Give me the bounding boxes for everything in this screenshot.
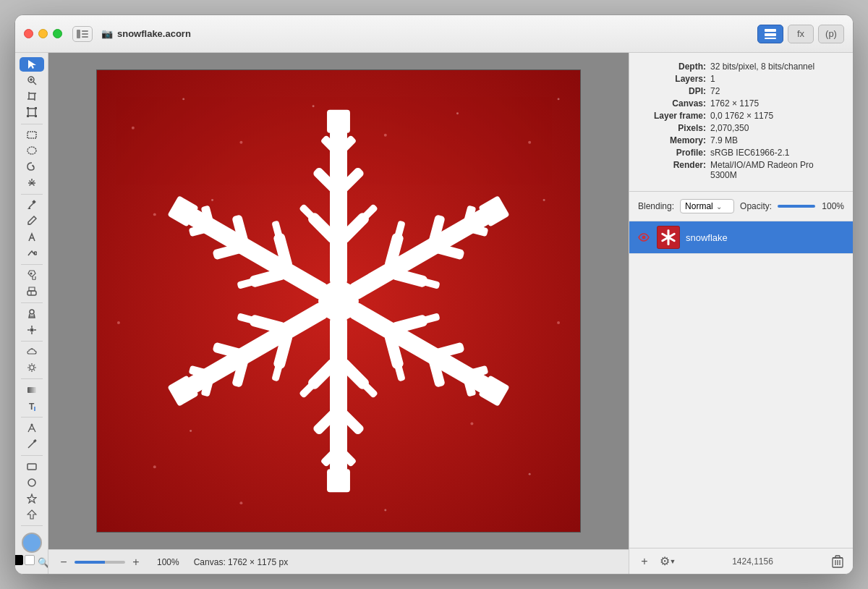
circle-shape-tool[interactable] <box>20 475 44 490</box>
pen-tool[interactable] <box>20 230 44 245</box>
close-button[interactable] <box>24 29 33 38</box>
layer-thumbnail <box>657 226 680 249</box>
svg-line-56 <box>33 365 34 365</box>
vector-pen-tool[interactable] <box>20 421 44 436</box>
cloud-tool[interactable] <box>20 344 44 359</box>
svg-point-87 <box>190 430 192 432</box>
blending-select[interactable]: Normal ⌄ <box>680 199 734 213</box>
text-tool[interactable]: T <box>20 399 44 413</box>
opacity-slider[interactable] <box>778 205 815 208</box>
info-row-dpi: DPI: 72 <box>641 86 841 96</box>
svg-line-53 <box>28 365 29 365</box>
stamp-tool[interactable] <box>20 306 44 321</box>
foreground-color[interactable] <box>22 533 42 553</box>
zoom-value: 100% <box>157 557 179 567</box>
svg-point-73 <box>384 134 387 137</box>
svg-rect-39 <box>27 291 36 295</box>
svg-line-30 <box>29 184 30 185</box>
trash-icon <box>832 555 843 568</box>
svg-line-10 <box>33 82 36 85</box>
color-defaults: 🔍 <box>15 555 48 569</box>
svg-line-28 <box>29 180 30 182</box>
blending-label: Blending: <box>638 201 674 211</box>
svg-rect-64 <box>27 464 36 470</box>
depth-value: 32 bits/pixel, 8 bits/channel <box>710 62 814 72</box>
ellipse-select-tool[interactable] <box>20 143 44 158</box>
svg-rect-57 <box>27 387 36 393</box>
svg-point-80 <box>543 199 545 201</box>
svg-point-78 <box>211 199 213 201</box>
opacity-value: 100% <box>821 201 844 211</box>
svg-text:T↕: T↕ <box>768 28 773 33</box>
zoom-slider[interactable] <box>75 561 125 564</box>
effects-tool[interactable] <box>20 322 44 336</box>
magic-wand-tool[interactable] <box>20 176 44 190</box>
maximize-button[interactable] <box>53 29 62 38</box>
gradient-tool[interactable] <box>20 383 44 397</box>
brush-tool[interactable] <box>20 213 44 228</box>
svg-point-47 <box>30 328 33 331</box>
eraser-tool[interactable] <box>20 284 44 299</box>
lasso-tool[interactable] <box>20 159 44 174</box>
fx-label: fx <box>797 28 804 39</box>
layer-settings-button[interactable]: ⚙ ▼ <box>658 552 677 571</box>
toolbar: T <box>15 53 48 574</box>
black-swatch[interactable] <box>15 555 23 565</box>
svg-point-41 <box>30 310 34 314</box>
line-tool[interactable] <box>20 437 44 452</box>
info-row-layers: Layers: 1 <box>641 74 841 84</box>
svg-marker-67 <box>27 510 36 519</box>
star-shape-tool[interactable] <box>20 491 44 506</box>
svg-point-32 <box>30 182 33 185</box>
svg-point-81 <box>117 321 120 324</box>
memory-label: Memory: <box>641 135 706 145</box>
sidebar-toggle-button[interactable] <box>72 26 93 42</box>
layers-panel-button[interactable]: T↕ <box>757 25 783 43</box>
zoom-in-button[interactable]: + <box>129 556 142 569</box>
svg-rect-6 <box>765 38 776 39</box>
svg-rect-5 <box>765 33 776 36</box>
white-swatch[interactable] <box>25 555 35 565</box>
transform-tool[interactable] <box>20 105 44 119</box>
zoom-controls: − + <box>57 556 142 569</box>
color-magnify[interactable]: 🔍 <box>36 555 49 569</box>
zoom-tool[interactable] <box>20 73 44 88</box>
arrow-shape-tool[interactable] <box>20 507 44 522</box>
svg-rect-19 <box>35 107 37 109</box>
svg-line-55 <box>28 370 29 370</box>
rect-select-tool[interactable] <box>20 127 44 142</box>
right-panel: Depth: 32 bits/pixel, 8 bits/channel Lay… <box>629 53 853 574</box>
lighting-tool[interactable] <box>20 360 44 375</box>
svg-rect-1 <box>82 30 88 32</box>
smudge-tool[interactable] <box>20 246 44 260</box>
crop-tool[interactable] <box>20 89 44 103</box>
layerframe-label: Layer frame: <box>641 111 706 121</box>
status-bar: − + 100% Canvas: 1762 × 1175 px <box>48 549 629 574</box>
canvas-container[interactable] <box>48 53 629 549</box>
blending-dropdown-arrow: ⌄ <box>716 203 722 211</box>
svg-text:T: T <box>29 402 35 411</box>
blending-value: Normal <box>685 201 713 211</box>
add-layer-button[interactable]: + <box>635 552 654 571</box>
fx-button[interactable]: fx <box>788 25 814 43</box>
info-row-profile: Profile: sRGB IEC61966-2.1 <box>641 148 841 158</box>
delete-layer-button[interactable] <box>828 552 847 571</box>
pencil-tool[interactable] <box>20 198 44 212</box>
p-label: (p) <box>825 28 837 39</box>
p-button[interactable]: (p) <box>818 25 844 43</box>
minimize-button[interactable] <box>38 29 48 38</box>
layer-item[interactable]: snowflake <box>629 221 853 254</box>
canvas-image <box>96 69 581 533</box>
paint-bucket-tool[interactable] <box>20 268 44 282</box>
layer-visibility-toggle[interactable] <box>637 230 651 245</box>
svg-point-150 <box>642 236 646 240</box>
arrow-tool[interactable] <box>20 57 44 72</box>
rectangle-shape-tool[interactable] <box>20 459 44 474</box>
svg-point-75 <box>528 141 531 144</box>
svg-marker-8 <box>28 60 36 69</box>
svg-line-29 <box>33 184 34 185</box>
svg-line-54 <box>33 370 34 370</box>
svg-line-24 <box>33 165 34 167</box>
zoom-out-button[interactable]: − <box>57 556 70 569</box>
svg-rect-17 <box>28 109 35 116</box>
